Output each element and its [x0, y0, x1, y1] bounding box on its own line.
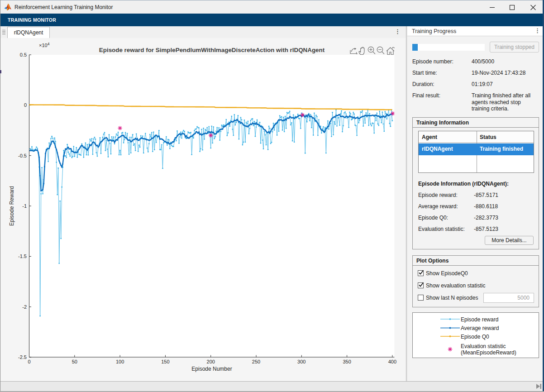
svg-text:-2: -2	[22, 304, 27, 310]
svg-text:300: 300	[297, 359, 305, 364]
svg-text:400: 400	[388, 359, 396, 364]
svg-text:-2.5: -2.5	[18, 354, 27, 360]
svg-text:0: 0	[28, 359, 30, 364]
svg-text:50: 50	[72, 359, 77, 364]
svg-text:0.5: 0.5	[20, 52, 27, 57]
svg-text:150: 150	[161, 359, 169, 364]
svg-text:-0.5: -0.5	[18, 153, 27, 158]
svg-text:100: 100	[116, 359, 124, 364]
svg-text:350: 350	[343, 359, 351, 364]
svg-text:Episode Number: Episode Number	[191, 366, 232, 372]
svg-text:200: 200	[207, 359, 215, 364]
svg-text:-1: -1	[22, 203, 27, 209]
svg-text:250: 250	[252, 359, 260, 364]
svg-text:-1.5: -1.5	[18, 253, 27, 259]
svg-text:Episode Reward: Episode Reward	[9, 186, 15, 226]
svg-text:0: 0	[24, 102, 27, 108]
svg-text:Episode reward for SimplePendl: Episode reward for SimplePendlumWithImag…	[99, 47, 325, 53]
